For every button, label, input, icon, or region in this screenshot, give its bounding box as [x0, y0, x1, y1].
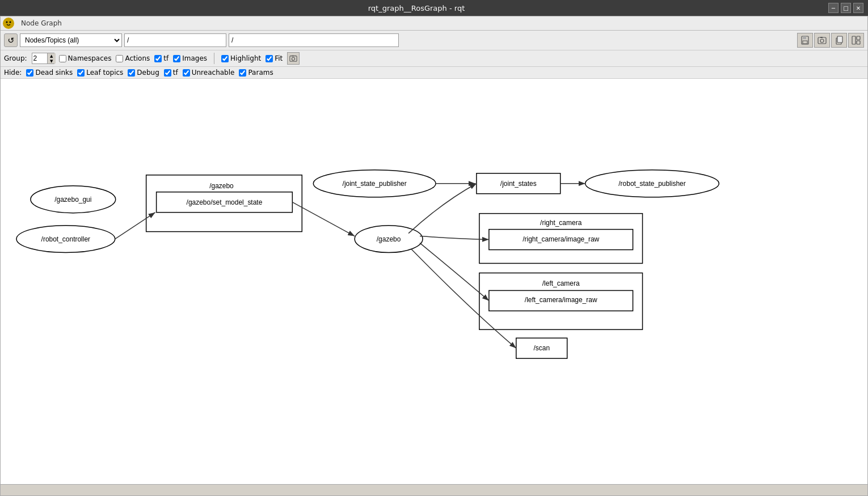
svg-point-7: [820, 39, 824, 43]
svg-rect-5: [803, 41, 807, 44]
svg-text:/robot_state_publisher: /robot_state_publisher: [618, 180, 685, 188]
close-button[interactable]: ✕: [853, 3, 863, 13]
tf-checkbox-label[interactable]: tf: [154, 54, 168, 62]
svg-text:/left_camera/image_raw: /left_camera/image_raw: [525, 296, 597, 304]
svg-point-2: [10, 22, 11, 23]
leaf-topics-label[interactable]: Leaf topics: [77, 69, 123, 77]
graph-area[interactable]: /gazebo_gui /robot_controller /gazebo /g…: [1, 79, 867, 484]
svg-text:/scan: /scan: [533, 344, 550, 352]
svg-point-1: [6, 22, 8, 23]
svg-rect-4: [803, 36, 806, 39]
fit-checkbox[interactable]: [266, 55, 273, 62]
svg-point-0: [5, 19, 12, 27]
filter1-input[interactable]: [124, 33, 226, 47]
svg-rect-11: [852, 36, 856, 44]
svg-point-15: [292, 57, 295, 60]
params-label[interactable]: Params: [239, 69, 273, 77]
refresh-button[interactable]: ↺: [4, 33, 18, 47]
namespaces-checkbox[interactable]: [59, 55, 66, 62]
svg-text:/left_camera: /left_camera: [542, 279, 580, 287]
dead-sinks-checkbox[interactable]: [26, 69, 33, 77]
tf-checkbox[interactable]: [154, 55, 162, 62]
svg-text:/joint_states: /joint_states: [500, 180, 537, 188]
actions-checkbox[interactable]: [116, 55, 123, 62]
minimize-button[interactable]: −: [828, 3, 838, 13]
titlebar: rqt_graph__RosGraph - rqt − □ ✕: [0, 0, 868, 16]
window-title: rqt_graph__RosGraph - rqt: [5, 4, 828, 12]
svg-text:/gazebo_gui: /gazebo_gui: [54, 196, 91, 204]
options-bar: Group: ▲ ▼ Namespaces Actions tf Images: [1, 50, 867, 67]
debug-checkbox[interactable]: [128, 69, 135, 77]
toolbar: ↺ Nodes/Topics (all) Nodes only Nodes/To…: [1, 31, 867, 50]
spinbox-down[interactable]: ▼: [48, 58, 56, 63]
app-window: Node Graph ↺ Nodes/Topics (all) Nodes on…: [0, 16, 868, 496]
svg-rect-13: [857, 41, 860, 44]
menu-bar: Node Graph: [1, 16, 867, 31]
group-spinbox[interactable]: ▲ ▼: [32, 53, 54, 64]
filter2-input[interactable]: [229, 33, 399, 47]
view-dropdown[interactable]: Nodes/Topics (all) Nodes only Nodes/Topi…: [20, 33, 122, 47]
menu-node-graph[interactable]: Node Graph: [18, 18, 65, 28]
screenshot-button[interactable]: [814, 33, 830, 48]
svg-text:/joint_state_publisher: /joint_state_publisher: [343, 180, 407, 188]
svg-text:/robot_controller: /robot_controller: [41, 235, 91, 243]
layout-button[interactable]: [848, 33, 864, 48]
svg-text:/gazebo: /gazebo: [209, 182, 234, 190]
hide-tf-checkbox[interactable]: [164, 69, 171, 77]
save-button[interactable]: [797, 33, 813, 48]
svg-text:/right_camera: /right_camera: [540, 219, 582, 227]
svg-rect-12: [857, 36, 860, 40]
namespaces-checkbox-label[interactable]: Namespaces: [59, 54, 112, 62]
svg-rect-8: [820, 37, 823, 38]
group-input[interactable]: [32, 53, 47, 63]
hide-label: Hide:: [4, 69, 22, 77]
toolbar-right-buttons: [797, 33, 864, 48]
images-checkbox-label[interactable]: Images: [173, 54, 207, 62]
highlight-checkbox-label[interactable]: Highlight: [221, 54, 261, 62]
svg-rect-10: [837, 36, 842, 43]
svg-text:/gazebo: /gazebo: [377, 235, 401, 243]
group-label: Group:: [4, 54, 27, 62]
hide-tf-label[interactable]: tf: [164, 69, 178, 77]
images-checkbox[interactable]: [173, 55, 180, 62]
fit-checkbox-label[interactable]: Fit: [266, 54, 283, 62]
unreachable-label[interactable]: Unreachable: [183, 69, 235, 77]
debug-label[interactable]: Debug: [128, 69, 159, 77]
app-icon: [3, 18, 14, 29]
dead-sinks-label[interactable]: Dead sinks: [26, 69, 73, 77]
hide-bar: Hide: Dead sinks Leaf topics Debug tf Un…: [1, 67, 867, 79]
unreachable-checkbox[interactable]: [183, 69, 190, 77]
params-checkbox[interactable]: [239, 69, 246, 77]
window-controls: − □ ✕: [828, 3, 863, 13]
screenshot-small-button[interactable]: [287, 52, 300, 65]
svg-rect-16: [292, 56, 294, 57]
leaf-topics-checkbox[interactable]: [77, 69, 85, 77]
spinbox-up[interactable]: ▲: [48, 53, 56, 58]
copy-button[interactable]: [831, 33, 847, 48]
graph-svg: /gazebo_gui /robot_controller /gazebo /g…: [1, 79, 867, 484]
restore-button[interactable]: □: [841, 3, 851, 13]
highlight-checkbox[interactable]: [221, 55, 229, 62]
actions-checkbox-label[interactable]: Actions: [116, 54, 150, 62]
svg-text:/gazebo/set_model_state: /gazebo/set_model_state: [187, 198, 263, 206]
svg-text:/right_camera/image_raw: /right_camera/image_raw: [523, 235, 599, 243]
statusbar: [1, 484, 867, 495]
